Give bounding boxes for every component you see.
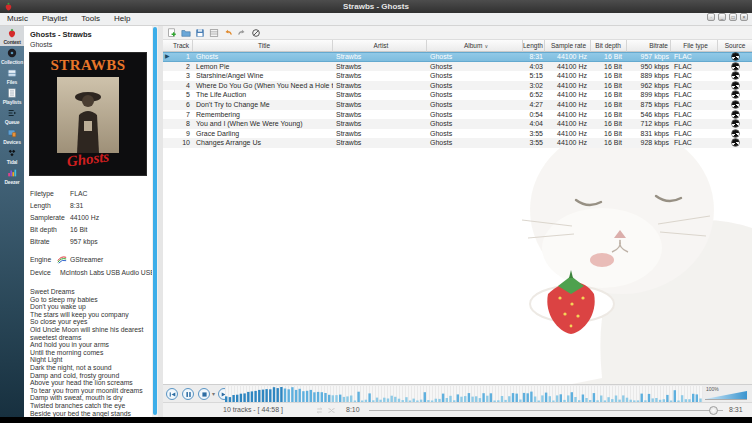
cell-length: 3:02 <box>529 82 543 89</box>
close-button[interactable]: × <box>740 13 748 21</box>
sidebar-item-deezer[interactable]: Deezer <box>0 166 24 186</box>
sidebar-item-collection[interactable]: Collection <box>0 46 24 66</box>
meta-bitdepth: Bit depth16 Bit <box>30 226 150 233</box>
pause-button[interactable] <box>182 388 194 400</box>
track-row[interactable]: 2Lemon PieStrawbsGhosts4:0344100 Hz16 Bi… <box>163 62 752 72</box>
column-header-samplerate[interactable]: Sample rate <box>545 40 591 52</box>
sidebar-item-devices[interactable]: Devices <box>0 126 24 146</box>
source-collection-icon <box>732 72 739 79</box>
cell-file_type: FLAC <box>674 139 692 146</box>
titlebar[interactable]: Strawbs - Ghosts <box>0 0 752 13</box>
menu-help[interactable]: Help <box>107 13 137 25</box>
volume-percent: 100% <box>706 386 719 392</box>
shuffle-icon[interactable] <box>327 406 336 415</box>
source-collection-icon <box>732 53 739 60</box>
track-row[interactable]: 7RememberingStrawbsGhosts0:5444100 Hz16 … <box>163 110 752 120</box>
track-row[interactable]: 6Don't Try to Change MeStrawbsGhosts4:27… <box>163 100 752 110</box>
column-header-source[interactable]: Source <box>718 40 752 52</box>
stop-icon <box>201 391 208 398</box>
save-playlist-button[interactable] <box>194 27 205 38</box>
menu-tools[interactable]: Tools <box>74 13 107 25</box>
meta-bitrate: Bitrate957 kbps <box>30 238 150 245</box>
cell-artist: Strawbs <box>336 139 361 146</box>
cell-bitrate: 831 kbps <box>641 130 669 137</box>
column-header-track[interactable]: Track <box>163 40 193 52</box>
track-row[interactable]: 5The Life AuctionStrawbsGhosts6:5244100 … <box>163 90 752 100</box>
repeat-icon[interactable] <box>315 406 324 415</box>
column-header-bitdepth[interactable]: Bit depth <box>591 40 627 52</box>
tidal-logo-icon <box>7 148 17 158</box>
cell-length: 4:04 <box>529 120 543 127</box>
volume-slider[interactable]: 100% <box>705 388 747 400</box>
sidebar-item-context[interactable]: Context <box>0 26 24 46</box>
column-header-filetype[interactable]: File type <box>671 40 718 52</box>
cell-title: Starshine/Angel Wine <box>196 72 263 79</box>
track-row[interactable]: 9Grace DarlingStrawbsGhosts3:5544100 Hz1… <box>163 129 752 139</box>
sidebar-item-tidal[interactable]: Tidal <box>0 146 24 166</box>
sidebar-item-queue[interactable]: Queue <box>0 106 24 126</box>
undo-button[interactable] <box>222 27 233 38</box>
status-bar: 10 tracks - [ 44:58 ] 8:10 8:31 <box>163 402 752 417</box>
cell-album: Ghosts <box>430 120 452 127</box>
source-collection-icon <box>732 63 739 70</box>
panel-scrollbar-thumb[interactable] <box>153 27 157 415</box>
elapsed-time: 8:10 <box>346 406 360 413</box>
track-row[interactable]: 8You and I (When We Were Young)StrawbsGh… <box>163 119 752 129</box>
sidebar-item-files[interactable]: Files <box>0 66 24 86</box>
track-summary: 10 tracks - [ 44:58 ] <box>223 406 283 413</box>
window-controls: · _ □ × <box>707 13 748 21</box>
menu-music[interactable]: Music <box>0 13 35 25</box>
shade-button[interactable]: · <box>707 13 715 21</box>
minimize-button[interactable]: _ <box>718 13 726 21</box>
cell-length: 3:55 <box>529 130 543 137</box>
cell-num: 4 <box>186 82 190 89</box>
lyrics-text: Sweet Dreams Go to sleep my babies Don't… <box>30 288 148 417</box>
column-header-artist[interactable]: Artist <box>333 40 427 52</box>
cell-artist: Strawbs <box>336 111 361 118</box>
stop-button[interactable] <box>198 388 210 400</box>
cell-title: Grace Darling <box>196 130 239 137</box>
cell-file_type: FLAC <box>674 120 692 127</box>
cell-sample_rate: 44100 Hz <box>557 101 587 108</box>
track-row[interactable]: ▶1GhostsStrawbsGhosts8:3144100 Hz16 Bit9… <box>163 52 752 62</box>
waveform-seekbar[interactable] <box>225 386 703 402</box>
column-header-length[interactable]: Length <box>523 40 545 52</box>
seek-slider-handle[interactable] <box>709 406 718 415</box>
track-row[interactable]: 4Where Do You Go (When You Need a Hole t… <box>163 81 752 91</box>
clear-playlist-button[interactable] <box>250 27 261 38</box>
maximize-button[interactable]: □ <box>729 13 737 21</box>
album-art[interactable]: STRAWBS Ghosts <box>29 52 147 176</box>
cell-file_type: FLAC <box>674 53 692 60</box>
column-header-bitrate[interactable]: Bitrate <box>627 40 671 52</box>
cell-artist: Strawbs <box>336 130 361 137</box>
undo-arrow-icon <box>223 28 233 38</box>
cell-sample_rate: 44100 Hz <box>557 63 587 70</box>
column-header-title[interactable]: Title <box>193 40 333 52</box>
device-row: Device Mc McIntosh Labs USB Audio USB Au <box>30 267 152 278</box>
menu-playlist[interactable]: Playlist <box>35 13 74 25</box>
cell-album: Ghosts <box>430 139 452 146</box>
new-playlist-button[interactable] <box>166 27 177 38</box>
track-row[interactable]: 3Starshine/Angel WineStrawbsGhosts5:1544… <box>163 71 752 81</box>
sidebar-item-playlists[interactable]: Playlists <box>0 86 24 106</box>
redo-button[interactable] <box>236 27 247 38</box>
previous-button[interactable] <box>166 388 178 400</box>
load-playlist-button[interactable] <box>180 27 191 38</box>
stop-options-chevron-icon[interactable]: ▾ <box>212 390 215 397</box>
cell-num: 9 <box>186 130 190 137</box>
cell-artist: Strawbs <box>336 82 361 89</box>
clear-circle-icon <box>251 28 261 38</box>
column-header-album[interactable]: Album∨ <box>427 40 523 52</box>
seek-slider[interactable] <box>369 410 723 411</box>
cell-length: 4:03 <box>529 63 543 70</box>
cell-length: 5:15 <box>529 72 543 79</box>
deezer-equalizer-icon <box>7 168 17 178</box>
playlist-paper-icon <box>7 88 17 98</box>
source-collection-icon <box>732 111 739 118</box>
cell-bitrate: 899 kbps <box>641 91 669 98</box>
meta-length: Length8:31 <box>30 202 150 209</box>
track-row[interactable]: 10Changes Arrange UsStrawbsGhosts3:55441… <box>163 138 752 148</box>
cell-num: 10 <box>182 139 190 146</box>
playlist-settings-button[interactable] <box>208 27 219 38</box>
cell-file_type: FLAC <box>674 111 692 118</box>
